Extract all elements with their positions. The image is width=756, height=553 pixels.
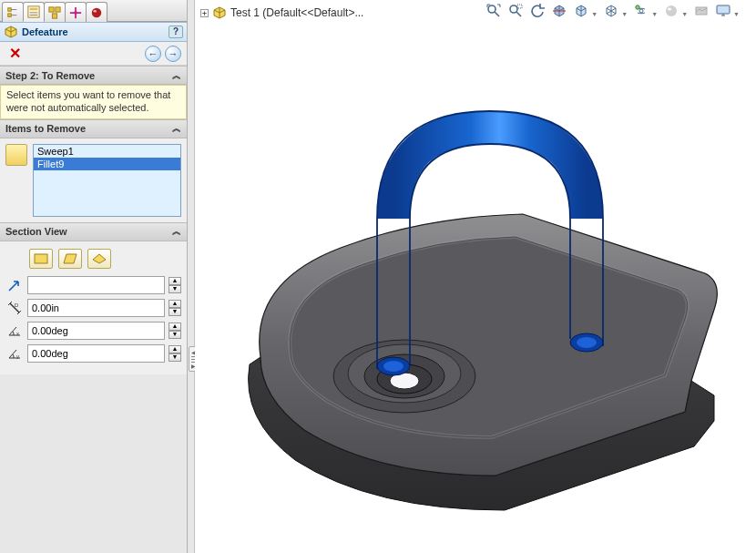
items-section: Items to Remove ︽ Sweep1Fillet9 bbox=[0, 119, 187, 222]
svg-rect-4 bbox=[49, 6, 54, 11]
section-view-row: D▲▼ bbox=[5, 299, 181, 317]
svg-rect-10 bbox=[35, 254, 47, 263]
step-section: Step 2: To Remove ︽ Select items you wan… bbox=[0, 66, 187, 119]
spin-up[interactable]: ▲ bbox=[169, 300, 181, 308]
tab-render[interactable] bbox=[86, 2, 107, 22]
section-view-row: x▲▼ bbox=[5, 322, 181, 340]
section-view-header[interactable]: Section View ︽ bbox=[0, 223, 187, 241]
svg-point-7 bbox=[74, 11, 77, 15]
right-plane-button[interactable] bbox=[58, 249, 82, 269]
section-view-input-3[interactable] bbox=[27, 344, 165, 363]
section-view-input-2[interactable] bbox=[27, 322, 165, 340]
collapse-icon[interactable]: ︽ bbox=[172, 122, 181, 135]
graphics-viewport[interactable]: + Test 1 (Default<<Default>... ▼▼▼▼▼ bbox=[195, 0, 756, 553]
nav-back-button[interactable]: ← bbox=[145, 46, 161, 62]
items-header-label: Items to Remove bbox=[5, 123, 86, 134]
left-tab-strip bbox=[0, 0, 187, 22]
svg-rect-5 bbox=[56, 6, 60, 11]
list-item[interactable]: Fillet9 bbox=[34, 158, 180, 170]
tab-dimxpert[interactable] bbox=[65, 2, 87, 22]
command-title: Defeature bbox=[22, 26, 68, 37]
angle-x-icon: x bbox=[5, 322, 24, 340]
angle-y-icon: y bbox=[5, 344, 24, 363]
distance-icon: D bbox=[5, 299, 24, 317]
spin-up[interactable]: ▲ bbox=[169, 345, 181, 353]
model-rendering bbox=[195, 0, 756, 553]
step-hint: Select items you want to remove that wer… bbox=[0, 85, 187, 119]
spinner[interactable]: ▲▼ bbox=[169, 277, 181, 293]
spin-up[interactable]: ▲ bbox=[169, 277, 181, 285]
svg-text:D: D bbox=[15, 302, 19, 308]
spinner[interactable]: ▲▼ bbox=[169, 345, 181, 362]
defeature-icon bbox=[4, 25, 18, 39]
svg-rect-3 bbox=[30, 8, 38, 11]
svg-point-8 bbox=[92, 7, 102, 17]
section-view-row: y▲▼ bbox=[5, 344, 181, 363]
tab-feature-tree[interactable] bbox=[2, 2, 24, 22]
items-to-remove-list[interactable]: Sweep1Fillet9 bbox=[33, 144, 181, 217]
collapse-icon[interactable]: ︽ bbox=[172, 69, 181, 82]
spin-down[interactable]: ▼ bbox=[169, 285, 181, 293]
section-view-section: Section View ︽ ▲▼D▲▼x▲▼y▲▼ bbox=[0, 222, 187, 374]
step-header[interactable]: Step 2: To Remove ︽ bbox=[0, 67, 187, 85]
svg-rect-6 bbox=[52, 13, 56, 17]
tab-config-manager[interactable] bbox=[44, 2, 66, 22]
command-title-bar: Defeature ? bbox=[0, 22, 187, 42]
svg-text:x: x bbox=[16, 331, 19, 336]
svg-rect-0 bbox=[8, 7, 12, 11]
list-item[interactable]: Sweep1 bbox=[34, 145, 180, 158]
top-plane-button[interactable] bbox=[87, 249, 111, 269]
ref-arrow-icon bbox=[5, 276, 24, 294]
property-manager-panel: Defeature ? ✕ ← → Step 2: To Remove ︽ Se… bbox=[0, 0, 188, 553]
command-action-row: ✕ ← → bbox=[0, 42, 187, 66]
spin-down[interactable]: ▼ bbox=[169, 331, 181, 339]
svg-point-31 bbox=[577, 337, 597, 348]
step-header-label: Step 2: To Remove bbox=[5, 70, 95, 81]
section-view-header-label: Section View bbox=[5, 226, 67, 237]
plane-button-row bbox=[5, 249, 181, 269]
section-view-input-1[interactable] bbox=[27, 299, 165, 317]
tab-property-manager[interactable] bbox=[23, 2, 45, 22]
svg-text:y: y bbox=[16, 353, 19, 359]
spin-down[interactable]: ▼ bbox=[169, 308, 181, 316]
section-view-row: ▲▼ bbox=[5, 276, 181, 294]
spinner[interactable]: ▲▼ bbox=[169, 323, 181, 339]
spinner[interactable]: ▲▼ bbox=[169, 300, 181, 316]
face-selection-icon bbox=[5, 144, 27, 166]
svg-point-29 bbox=[383, 361, 404, 372]
help-button[interactable]: ? bbox=[169, 26, 183, 38]
cancel-button[interactable]: ✕ bbox=[5, 45, 25, 62]
svg-point-9 bbox=[94, 9, 97, 12]
panel-splitter[interactable] bbox=[188, 0, 195, 553]
front-plane-button[interactable] bbox=[29, 249, 53, 269]
collapse-icon[interactable]: ︽ bbox=[172, 225, 181, 238]
items-header[interactable]: Items to Remove ︽ bbox=[0, 120, 187, 138]
svg-rect-1 bbox=[8, 13, 12, 16]
spin-up[interactable]: ▲ bbox=[169, 323, 181, 331]
spin-down[interactable]: ▼ bbox=[169, 353, 181, 362]
nav-forward-button[interactable]: → bbox=[165, 46, 181, 62]
section-view-input-0[interactable] bbox=[27, 276, 165, 294]
